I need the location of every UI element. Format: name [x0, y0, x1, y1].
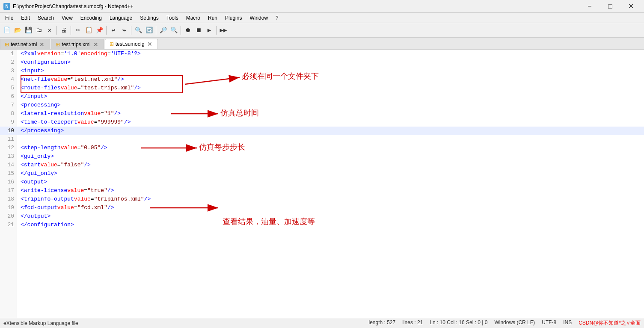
maximize-button[interactable]: □	[600, 0, 620, 13]
macro-play-button[interactable]: ▶	[204, 25, 214, 35]
code-area: <?xml version='1.0' encoding='UTF-8'?><c…	[17, 50, 644, 229]
title-bar-buttons[interactable]: − □ ✕	[580, 0, 641, 13]
menu-search[interactable]: Search	[34, 14, 57, 22]
zoom-in-button[interactable]: 🔎	[158, 25, 168, 35]
menu-help[interactable]: ?	[272, 14, 282, 22]
menu-language[interactable]: Language	[106, 14, 136, 22]
tab-label-1: test.net.xml	[11, 41, 37, 47]
sep3	[106, 26, 107, 35]
macro-stop-button[interactable]: ⏹	[193, 25, 204, 35]
tab-cfg-icon: ⊞	[110, 41, 114, 47]
menu-edit[interactable]: Edit	[18, 14, 33, 22]
status-encoding: UTF-8	[542, 319, 556, 327]
status-lines: lines : 21	[402, 319, 423, 327]
status-lineending: Windows (CR LF)	[494, 319, 535, 327]
menu-plugins[interactable]: Plugins	[222, 14, 245, 22]
minimize-button[interactable]: −	[580, 0, 599, 13]
redo-button[interactable]: ↪	[119, 25, 129, 35]
status-right: length : 527 lines : 21 Ln : 10 Col : 16…	[368, 319, 641, 327]
status-length: length : 527	[368, 319, 395, 327]
save-button[interactable]: 💾	[23, 25, 33, 35]
tab-trips-xml[interactable]: ⊞ test.trips.xml ✕	[51, 39, 104, 49]
macro-rec-button[interactable]: ⏺	[183, 25, 193, 35]
sep5	[156, 26, 156, 35]
sep1	[56, 26, 57, 35]
menu-bar: File Edit Search View Encoding Language …	[0, 13, 644, 23]
run-button[interactable]: ▶▶	[218, 25, 229, 35]
sep2	[71, 26, 71, 35]
new-button[interactable]: 📄	[2, 25, 12, 35]
zoom-out-button[interactable]: 🔍	[169, 25, 179, 35]
tab-close-1[interactable]: ✕	[39, 41, 45, 48]
menu-macro[interactable]: Macro	[183, 14, 204, 22]
title-bar: N E:\pythonProject\Changda\test.sumocfg …	[0, 0, 644, 13]
tab-xml-icon-2: ⊞	[56, 41, 60, 47]
menu-window[interactable]: Window	[246, 14, 271, 22]
menu-run[interactable]: Run	[205, 14, 221, 22]
close-button2[interactable]: ✕	[45, 25, 55, 35]
line-numbers: 123456789101112131415161718192021	[0, 50, 17, 318]
tab-xml-icon-1: ⊞	[5, 41, 9, 47]
cut-button[interactable]: ✂	[73, 25, 83, 35]
undo-button[interactable]: ↩	[108, 25, 119, 35]
status-position: Ln : 10 Col : 16 Sel : 0 | 0	[430, 319, 487, 327]
tab-net-xml[interactable]: ⊞ test.net.xml ✕	[0, 39, 50, 49]
copy-button[interactable]: 📋	[83, 25, 94, 35]
status-ins: INS	[563, 319, 572, 327]
tab-sumocfg[interactable]: ⊞ test.sumocfg ✕	[105, 39, 158, 49]
tab-label-2: test.trips.xml	[62, 41, 90, 47]
print-button[interactable]: 🖨	[59, 25, 69, 35]
title-bar-title: E:\pythonProject\Changda\test.sumocfg - …	[13, 3, 134, 9]
menu-view[interactable]: View	[58, 14, 76, 22]
replace-button[interactable]: 🔄	[144, 25, 154, 35]
editor-wrapper: 123456789101112131415161718192021 <?xml …	[0, 50, 644, 318]
toolbar: 📄 📂 💾 🗂 ✕ 🖨 ✂ 📋 📌 ↩ ↪ 🔍 🔄 🔎 🔍 ⏺ ⏹ ▶ ▶▶	[0, 23, 644, 38]
status-bar: eXtensible Markup Language file length :…	[0, 318, 644, 328]
status-watermark: CSDN@你不知道*之∨全面	[579, 319, 641, 327]
tabs-bar: ⊞ test.net.xml ✕ ⊞ test.trips.xml ✕ ⊞ te…	[0, 38, 644, 50]
close-button[interactable]: ✕	[621, 0, 641, 13]
sep6	[181, 26, 181, 35]
tab-close-2[interactable]: ✕	[92, 41, 99, 48]
menu-file[interactable]: File	[2, 14, 17, 22]
status-filetype: eXtensible Markup Language file	[3, 320, 78, 326]
tab-label-3: test.sumocfg	[116, 41, 145, 47]
menu-tools[interactable]: Tools	[163, 14, 182, 22]
paste-button[interactable]: 📌	[94, 25, 104, 35]
save-all-button[interactable]: 🗂	[34, 25, 44, 35]
editor-content[interactable]: <?xml version='1.0' encoding='UTF-8'?><c…	[17, 50, 644, 318]
find-button[interactable]: 🔍	[133, 25, 143, 35]
menu-settings[interactable]: Settings	[137, 14, 162, 22]
tab-close-3[interactable]: ✕	[146, 41, 153, 47]
app-icon: N	[3, 3, 10, 10]
sep7	[216, 26, 217, 35]
open-button[interactable]: 📂	[12, 25, 23, 35]
title-bar-left: N E:\pythonProject\Changda\test.sumocfg …	[3, 3, 134, 10]
sep4	[131, 26, 131, 35]
menu-encoding[interactable]: Encoding	[77, 14, 105, 22]
